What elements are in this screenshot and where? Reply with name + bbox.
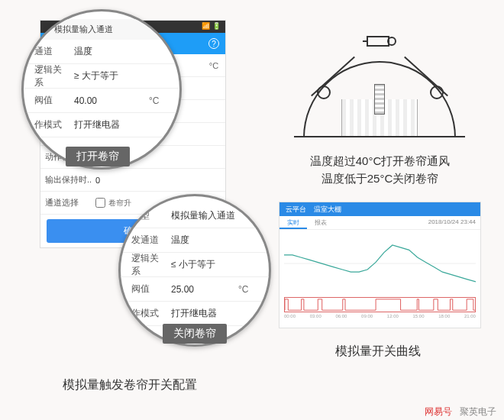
mag1-caption: 打开卷帘 xyxy=(66,147,130,166)
status-icons: 📶 🔋 xyxy=(202,22,221,30)
mag1-row-channel: 通道温度 xyxy=(24,40,179,64)
row-hold-time[interactable]: 输出保持时..0 xyxy=(40,169,225,192)
tab-realtime[interactable]: 实时 xyxy=(279,216,307,229)
tab-report[interactable]: 报表 xyxy=(307,216,334,229)
caption-right: 模拟量开关曲线 xyxy=(309,344,447,360)
motor-icon xyxy=(363,31,396,50)
x-ticks: 00:0003:0006:0009:0012:0015:0018:0021:00 xyxy=(279,314,480,318)
chart-titlebar: 云平台 温室大棚 xyxy=(279,202,480,216)
rule-description: 温度超过40°C打开卷帘通风 温度低于25°C关闭卷帘 xyxy=(283,153,477,187)
chart-date: 2018/10/24 23:44 xyxy=(421,216,480,229)
magnifier-open-curtain: 模拟量输入通道 通道温度 逻辑关系≥ 大于等于 阀值40.00°C 作模式打开继… xyxy=(21,9,182,170)
chart-bar-item[interactable]: 温室大棚 xyxy=(314,205,341,215)
desc-line1: 温度超过40°C打开卷帘通风 xyxy=(283,153,477,170)
svg-rect-0 xyxy=(367,37,389,46)
relay-plot xyxy=(284,297,476,312)
help-icon[interactable]: ? xyxy=(208,38,219,49)
footer-site[interactable]: 网易号 xyxy=(425,405,452,418)
line-plot xyxy=(284,233,476,294)
chart-bar-item[interactable]: 云平台 xyxy=(286,205,306,215)
mag2-row-mode: 作模式打开继电器 xyxy=(121,302,269,326)
sensor-icon xyxy=(374,84,385,115)
mag1-row-threshold: 阀值40.00°C xyxy=(24,89,179,113)
mag2-row-channel: 发通道温度 xyxy=(121,228,269,253)
mag1-row-logic: 逻辑关系≥ 大于等于 xyxy=(24,64,179,89)
greenhouse-diagram xyxy=(286,23,473,137)
footer-source[interactable]: 聚英电子 xyxy=(460,405,496,418)
caption-left: 模拟量触发卷帘开关配置 xyxy=(53,377,206,393)
checkbox-curtain-up[interactable] xyxy=(95,198,105,208)
mag2-caption: 关闭卷帘 xyxy=(163,324,227,344)
desc-line2: 温度低于25°C关闭卷帘 xyxy=(283,170,477,188)
page-footer: 网易号 聚英电子 xyxy=(0,403,504,420)
mag1-row-mode: 作模式打开继电器 xyxy=(24,113,179,137)
chart-tabs: 实时 报表 2018/10/24 23:44 xyxy=(279,216,480,230)
mag2-row-logic: 逻辑关系≤ 小于等于 xyxy=(121,253,269,277)
chart-panel: 云平台 温室大棚 实时 报表 2018/10/24 23:44 00:0003:… xyxy=(279,202,481,328)
ground-line xyxy=(294,136,465,137)
mag2-row-threshold: 阀值25.00°C xyxy=(121,277,269,302)
